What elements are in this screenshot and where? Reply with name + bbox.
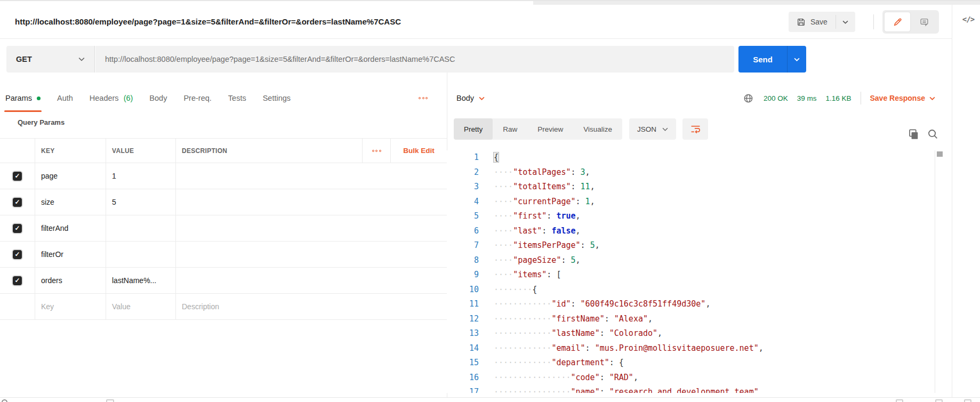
param-checkbox[interactable]: ✓ — [13, 224, 22, 233]
code-line: 6····"last": false, — [447, 224, 935, 239]
line-number: 13 — [447, 326, 479, 341]
param-checkbox-cell: ✓ — [0, 215, 35, 241]
wrap-text-icon — [690, 125, 701, 133]
response-view-tab-visualize[interactable]: Visualize — [573, 118, 622, 140]
code-line: 7····"itemsPerPage": 5, — [447, 238, 935, 253]
line-number: 6 — [447, 224, 479, 239]
network-info-icon[interactable] — [743, 93, 753, 103]
line-number: 9 — [447, 268, 479, 283]
param-row-new: KeyValueDescription — [0, 294, 447, 320]
statusbar-icon-partial — [2, 399, 7, 402]
tab-prereq[interactable]: Pre-req. — [183, 84, 211, 112]
response-toolbar: PrettyRawPreviewVisualize JSON — [447, 118, 952, 140]
response-view-tabs: PrettyRawPreviewVisualize — [454, 118, 622, 140]
format-selector[interactable]: JSON — [629, 118, 676, 140]
edit-documentation-button[interactable] — [885, 12, 910, 31]
code-line: 10········{ — [447, 283, 935, 298]
param-checkbox[interactable]: ✓ — [13, 198, 22, 207]
param-row-filterOr: ✓filterOr — [0, 242, 447, 268]
save-options-button[interactable] — [836, 12, 855, 32]
send-button[interactable]: Send — [738, 46, 787, 73]
response-view-tab-raw[interactable]: Raw — [493, 118, 527, 140]
param-key-placeholder[interactable]: Key — [35, 294, 106, 319]
tab-auth[interactable]: Auth — [57, 84, 73, 112]
response-body-dropdown[interactable]: Body — [456, 94, 485, 102]
documentation-comments-toggle — [882, 10, 939, 34]
copy-icon[interactable] — [907, 128, 919, 140]
unsaved-dot — [37, 97, 41, 100]
pencil-icon — [893, 18, 902, 27]
save-button[interactable]: Save — [789, 12, 836, 32]
param-checkbox-cell: ✓ — [0, 242, 35, 267]
send-button-group: Send — [738, 46, 806, 73]
code-line: 5····"first": true, — [447, 209, 935, 224]
scrollbar-thumb[interactable] — [937, 151, 943, 157]
line-number: 12 — [447, 312, 479, 327]
param-key-cell[interactable]: filterAnd — [35, 215, 106, 241]
param-key-cell[interactable]: orders — [35, 268, 106, 293]
param-value-cell[interactable]: 5 — [106, 189, 176, 215]
tab-settings[interactable]: Settings — [263, 84, 291, 112]
tab-tests[interactable]: Tests — [228, 84, 246, 112]
line-number: 10 — [447, 283, 479, 298]
param-checkbox-cell: ✓ — [0, 189, 35, 215]
chevron-down-icon — [78, 57, 85, 61]
param-description-cell[interactable] — [176, 189, 447, 215]
code-line: 4····"currentPage": 1, — [447, 195, 935, 210]
param-key-cell[interactable]: size — [35, 189, 106, 215]
url-input[interactable]: http://localhost:8080/employee/page?page… — [95, 46, 734, 73]
code-line: 17················"name": "research and … — [447, 385, 935, 393]
code-snippet-icon[interactable]: </> — [958, 13, 979, 26]
status-bar-clipped — [0, 397, 980, 402]
statusbar-icon-partial — [935, 399, 943, 402]
param-key-cell[interactable]: page — [35, 163, 106, 189]
param-value-cell[interactable]: lastName%... — [106, 268, 176, 293]
param-description-cell[interactable] — [176, 242, 447, 267]
code-line: 1{ — [447, 150, 935, 165]
chevron-down-icon — [929, 97, 935, 100]
response-view-tab-preview[interactable]: Preview — [527, 118, 573, 140]
more-options-icon[interactable] — [419, 97, 428, 99]
method-selector[interactable]: GET — [6, 46, 95, 73]
param-checkbox[interactable]: ✓ — [13, 250, 22, 259]
code-line: 8····"pageSize": 5, — [447, 253, 935, 268]
code-line: 13············"lastName": "Colorado", — [447, 326, 935, 341]
line-number: 8 — [447, 253, 479, 268]
chevron-down-icon — [479, 97, 485, 100]
param-value-placeholder[interactable]: Value — [106, 294, 176, 319]
code-line: 9····"items": [ — [447, 268, 935, 283]
line-number: 14 — [447, 341, 479, 356]
bulk-edit-button[interactable]: Bulk Edit — [403, 147, 435, 155]
save-response-button[interactable]: Save Response — [870, 94, 936, 102]
param-checkbox[interactable]: ✓ — [13, 276, 22, 285]
tab-headers[interactable]: Headers(6) — [90, 84, 133, 112]
code-line: 12············"firstName": "Alexa", — [447, 312, 935, 327]
param-row-orders: ✓orderslastName%... — [0, 268, 447, 294]
code-line: 2····"totalPages": 3, — [447, 165, 935, 180]
comment-icon — [920, 18, 929, 27]
param-description-cell[interactable] — [176, 215, 447, 241]
tab-params[interactable]: Params — [5, 84, 41, 112]
tab-body[interactable]: Body — [149, 84, 167, 112]
comments-button[interactable] — [911, 12, 937, 31]
send-options-button[interactable] — [787, 46, 806, 73]
response-view-tab-pretty[interactable]: Pretty — [454, 118, 493, 140]
more-options-icon[interactable] — [372, 150, 381, 152]
query-params-table: KEY VALUE DESCRIPTION Bulk Edit ✓page1✓s… — [0, 138, 447, 320]
wrap-text-button[interactable] — [682, 118, 708, 140]
param-description-cell[interactable] — [176, 163, 447, 189]
param-value-cell[interactable] — [106, 215, 176, 241]
param-description-cell[interactable] — [176, 268, 447, 293]
param-value-cell[interactable]: 1 — [106, 163, 176, 189]
code-line: 14············"email": "mus.Proin@mollis… — [447, 341, 935, 356]
right-sidebar — [952, 5, 980, 397]
search-icon[interactable] — [927, 128, 938, 140]
param-checkbox[interactable]: ✓ — [13, 172, 22, 181]
response-body-editor: 1{2····"totalPages": 3,3····"totalItems"… — [447, 150, 935, 393]
statusbar-icon-partial — [896, 399, 903, 402]
status-badge: 200 OK — [764, 94, 788, 102]
param-key-cell[interactable]: filterOr — [35, 242, 106, 267]
line-number: 15 — [447, 356, 479, 371]
param-value-cell[interactable] — [106, 242, 176, 267]
param-description-placeholder[interactable]: Description — [176, 294, 447, 319]
